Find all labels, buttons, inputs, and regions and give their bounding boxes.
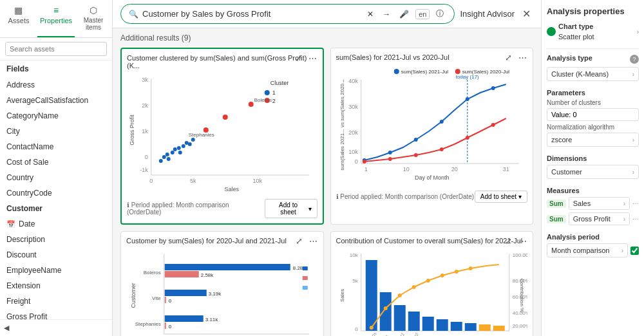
help-icon[interactable]: ⓘ xyxy=(433,7,446,21)
chart-type-chevron: › xyxy=(637,28,639,35)
field-item-city[interactable]: City xyxy=(0,124,112,139)
field-item-grossprofit[interactable]: Gross Profit xyxy=(0,309,112,319)
tab-assets-label: Assets xyxy=(8,17,29,24)
svg-text:2k: 2k xyxy=(142,102,148,109)
chart-card-3[interactable]: Customer by sum(Sales) for 2020-Jul and … xyxy=(120,231,324,336)
field-item-extension[interactable]: Extension xyxy=(0,278,112,294)
svg-rect-109 xyxy=(450,322,462,331)
field-item-country[interactable]: Country xyxy=(0,170,112,185)
add-to-sheet-btn-2[interactable]: Add to sheet ▾ xyxy=(475,191,527,203)
field-item-categoryname[interactable]: CategoryName xyxy=(0,108,112,124)
clear-search-icon[interactable]: ✕ xyxy=(365,8,376,20)
svg-text:Customer: Customer xyxy=(130,283,137,308)
search-assets-input[interactable] xyxy=(5,42,107,56)
field-item-discount[interactable]: Discount xyxy=(0,247,112,263)
more-icon-2[interactable]: ⋯ xyxy=(516,52,529,63)
field-item-countrycode[interactable]: CountryCode xyxy=(0,185,112,201)
search-bar-container: 🔍 ✕ → 🎤 en ⓘ xyxy=(120,4,455,24)
tab-properties[interactable]: ≡ Properties xyxy=(37,0,75,37)
search-input[interactable] xyxy=(142,9,361,19)
svg-point-113 xyxy=(369,326,373,330)
chart-card-2[interactable]: sum(Sales) for 2021-Jul vs 2020-Jul ⤢ ⋯ … xyxy=(330,48,534,225)
svg-text:-1k: -1k xyxy=(140,167,148,173)
measure-item-grossprofit[interactable]: Gross Profit › xyxy=(569,212,630,225)
svg-text:40k: 40k xyxy=(348,78,358,84)
svg-text:2.58k: 2.58k xyxy=(201,272,214,278)
top-bar: 🔍 ✕ → 🎤 en ⓘ Insight Advisor ✕ xyxy=(113,0,541,28)
tab-assets[interactable]: ▦ Assets xyxy=(0,0,37,37)
svg-point-54 xyxy=(413,138,417,142)
chart-card-1[interactable]: Customer clustered by sum(Sales) and sum… xyxy=(120,48,324,225)
svg-text:5k: 5k xyxy=(352,278,358,284)
svg-rect-111 xyxy=(478,324,490,331)
field-item-date[interactable]: 📅Date xyxy=(0,216,112,232)
svg-text:10k: 10k xyxy=(348,149,358,155)
sidebar-collapse[interactable]: ◀ xyxy=(0,319,112,336)
measure-more-gp[interactable]: ⋯ xyxy=(632,216,639,223)
svg-text:Boleros: Boleros xyxy=(363,331,377,336)
master-items-icon: ⬡ xyxy=(77,5,109,15)
svg-text:100.00%: 100.00% xyxy=(512,252,527,258)
more-icon-4[interactable]: ⋯ xyxy=(516,236,529,247)
svg-text:3.19k: 3.19k xyxy=(209,291,222,297)
collapse-icon: ◀ xyxy=(4,324,9,332)
field-item-employeename[interactable]: EmployeeName xyxy=(0,263,112,278)
chart-type-label: Chart type xyxy=(558,23,594,30)
svg-text:0: 0 xyxy=(355,326,358,332)
more-icon-3[interactable]: ⋯ xyxy=(307,236,319,247)
svg-point-117 xyxy=(426,279,430,283)
field-item-costofsale[interactable]: Cost of Sale xyxy=(0,154,112,170)
forward-icon[interactable]: → xyxy=(380,8,393,20)
norm-algo-item[interactable]: zscore › xyxy=(547,133,639,147)
expand-icon-1[interactable]: ⤢ xyxy=(293,53,304,64)
analysis-type-item[interactable]: Cluster (K-Means) › xyxy=(547,67,639,81)
chart-card-4[interactable]: Contribution of Customer to overall sum(… xyxy=(330,231,534,336)
right-sidebar: Analysis properties Chart type Scatter p… xyxy=(541,0,644,336)
close-button[interactable]: ✕ xyxy=(520,6,533,21)
chart-actions-2: ⤢ ⋯ xyxy=(503,52,529,63)
expand-icon-3[interactable]: ⤢ xyxy=(294,236,305,247)
field-item-customer[interactable]: Customer xyxy=(0,201,112,216)
field-item-address[interactable]: Address xyxy=(0,77,112,93)
sidebar-tabs: ▦ Assets ≡ Properties ⬡ Master items xyxy=(0,0,112,38)
svg-text:sum(Sales) 2021-Jul: sum(Sales) 2021-Jul xyxy=(401,69,448,75)
expand-icon-4[interactable]: ⤢ xyxy=(503,236,514,247)
measure-more-sales[interactable]: ⋯ xyxy=(632,200,639,207)
dimensions-item-customer[interactable]: Customer › xyxy=(547,165,639,179)
svg-point-120 xyxy=(468,266,472,270)
field-item-description[interactable]: Description xyxy=(0,232,112,247)
svg-rect-81 xyxy=(165,271,199,277)
analysis-type-help[interactable]: ? xyxy=(630,55,639,64)
svg-rect-106 xyxy=(408,312,419,331)
value-input[interactable] xyxy=(547,108,639,121)
svg-point-119 xyxy=(454,270,458,274)
svg-point-114 xyxy=(383,306,387,310)
tab-master-items[interactable]: ⬡ Master items xyxy=(75,0,112,37)
expand-icon-2[interactable]: ⤢ xyxy=(503,52,514,63)
svg-rect-87 xyxy=(303,266,308,270)
analysis-period-section: Analysis period Month comparison › xyxy=(547,233,639,257)
charts-grid: Customer clustered by sum(Sales) and sum… xyxy=(120,48,533,336)
svg-point-58 xyxy=(362,160,366,163)
mic-icon[interactable]: 🎤 xyxy=(397,8,412,20)
field-item-contactname[interactable]: ContactName xyxy=(0,139,112,154)
svg-rect-107 xyxy=(422,317,433,331)
svg-text:Stephanies: Stephanies xyxy=(135,321,161,327)
field-item-averagecallsatisfaction[interactable]: AverageCallSatisfaction xyxy=(0,93,112,108)
svg-text:0: 0 xyxy=(354,158,357,165)
lang-selector[interactable]: en xyxy=(415,9,430,19)
measure-item-sales[interactable]: Sales › xyxy=(569,197,630,210)
svg-text:10k: 10k xyxy=(252,178,262,184)
analysis-period-item[interactable]: Month comparison › xyxy=(547,243,628,257)
svg-text:0: 0 xyxy=(169,324,172,330)
dimensions-section: Dimensions Customer › xyxy=(547,154,639,179)
field-item-freight[interactable]: Freight xyxy=(0,294,112,309)
svg-text:3.11k: 3.11k xyxy=(205,317,219,322)
svg-text:Gross Profit: Gross Profit xyxy=(129,115,135,145)
add-to-sheet-btn-1[interactable]: Add to sheet ▾ xyxy=(265,199,317,218)
more-icon-1[interactable]: ⋯ xyxy=(307,53,319,64)
svg-text:Cluster: Cluster xyxy=(270,80,289,86)
calendar-icon: 📅 xyxy=(6,220,15,229)
analysis-period-checkbox[interactable] xyxy=(630,247,639,255)
chart-title-2: sum(Sales) for 2021-Jul vs 2020-Jul xyxy=(336,53,528,61)
